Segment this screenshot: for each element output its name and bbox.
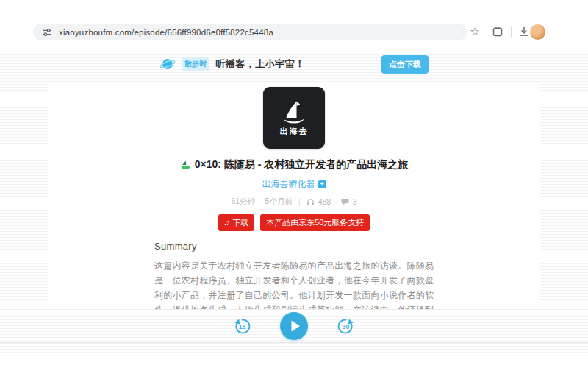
cover-title-text: 出海去 [280, 126, 309, 137]
published-text: 5个月前 [265, 197, 293, 207]
episode-boat-icon [180, 160, 191, 170]
episode-card: 出海去 0×10: 陈随易 - 农村独立开发者的产品出海之旅 出海去孵化器 + … [48, 82, 540, 309]
forward-30-button[interactable]: 30 [336, 316, 356, 336]
episode-cover-art[interactable]: 出海去 [263, 87, 325, 149]
downloads-icon[interactable] [517, 25, 531, 38]
download-button[interactable]: ♫ 下载 [218, 214, 255, 231]
music-note-icon: ♫ [224, 219, 230, 227]
meta-pipe: | [296, 197, 303, 206]
url-text: xiaoyuzhoufm.com/episode/656ff990d6e0ff5… [59, 28, 273, 37]
summary-heading: Summary [154, 241, 434, 252]
bookmark-star-icon[interactable]: ☆ [468, 25, 481, 38]
download-button-label: 下载 [232, 217, 248, 228]
promo-button[interactable]: 本产品由京东50元服务支持 [260, 214, 370, 231]
episode-meta: 61分钟 · 5个月前 | 488 · 3 [48, 197, 540, 207]
banner-tag: 散步时 [182, 57, 209, 71]
summary-section: Summary 这篇内容是关于农村独立开发者陈随易的产品出海之旅的访谈。陈随易是… [154, 241, 434, 309]
episode-title: 0×10: 陈随易 - 农村独立开发者的产品出海之旅 [195, 158, 409, 171]
play-icon [280, 312, 308, 340]
podcast-name-link[interactable]: 出海去孵化器 [262, 178, 315, 191]
rewind-15-button[interactable]: 15 [232, 316, 252, 336]
promo-button-label: 本产品由京东50元服务支持 [266, 217, 364, 228]
listens-headphone-icon [306, 198, 315, 206]
forward-seconds-label: 30 [343, 323, 350, 330]
meta-dot: · [259, 197, 262, 206]
profile-avatar[interactable] [530, 24, 545, 40]
address-bar[interactable]: xiaoyuzhoufm.com/episode/656ff990d6e0ff5… [33, 24, 467, 40]
summary-text: 这篇内容是关于农村独立开发者陈随易的产品出海之旅的访谈。陈随易是一位农村程序员、… [154, 258, 434, 309]
app-promo-banner: 散步时 听播客，上小宇宙！ 点击下载 [0, 46, 588, 82]
podcast-badge-icon: + [318, 180, 326, 188]
sailboat-icon [279, 99, 309, 127]
banner-download-button[interactable]: 点击下载 [381, 55, 429, 74]
play-button[interactable] [280, 312, 308, 340]
extensions-icon[interactable] [491, 25, 504, 38]
toolbar-divider [511, 26, 512, 38]
duration-text: 61分钟 [231, 197, 255, 207]
browser-chrome: xiaoyuzhoufm.com/episode/656ff990d6e0ff5… [0, 0, 588, 46]
plays-count: 488 [318, 197, 331, 206]
rewind-seconds-label: 15 [239, 323, 246, 330]
comments-bubble-icon [341, 198, 349, 206]
player-bar: 15 30 [0, 309, 588, 343]
comments-count: 3 [353, 197, 357, 206]
site-info-icon[interactable] [42, 27, 52, 38]
banner-headline: 听播客，上小宇宙！ [215, 57, 305, 71]
xiaoyuzhou-planet-logo [159, 56, 176, 72]
meta-dot-2: · [334, 197, 337, 206]
